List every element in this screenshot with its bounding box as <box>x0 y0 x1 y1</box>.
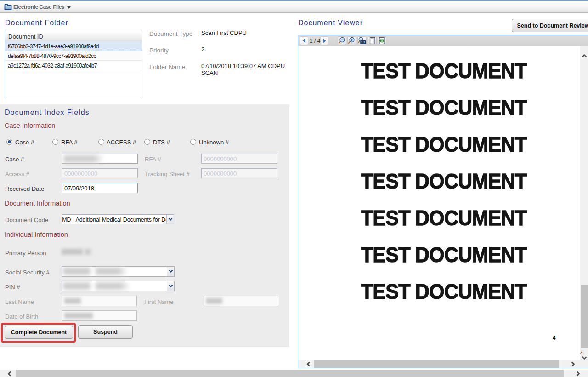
svg-text:1:1: 1:1 <box>361 41 365 44</box>
